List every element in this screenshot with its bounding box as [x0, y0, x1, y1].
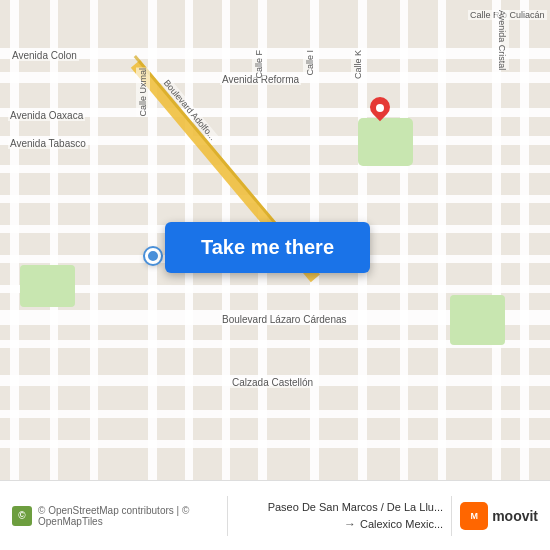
street-calle-uxmal [10, 0, 19, 480]
street-avenida-cristal [520, 0, 529, 480]
street-small-7 [0, 410, 550, 418]
street-v9 [400, 0, 408, 480]
current-location-marker [145, 248, 161, 264]
park-west [20, 265, 75, 307]
street-calle-rio [492, 0, 501, 480]
park-east [450, 295, 505, 345]
street-small-1 [0, 165, 550, 173]
label-avenida-tabasco: Avenida Tabasco [8, 138, 88, 149]
label-calle-i: Calle I [303, 50, 317, 76]
street-small-2 [0, 195, 550, 203]
map: Avenida Colon Avenida Reforma Avenida Oa… [0, 0, 550, 480]
street-small-8 [0, 440, 550, 448]
route-to-label: Calexico Mexic... [360, 518, 443, 530]
route-to: → Calexico Mexic... [344, 517, 443, 531]
street-v2 [50, 0, 58, 480]
attribution-text: © OpenStreetMap contributors | © OpenMap… [38, 505, 219, 527]
destination-marker [368, 97, 392, 127]
take-me-there-button[interactable]: Take me there [165, 222, 370, 273]
label-avenida-oaxaca: Avenida Oaxaca [8, 110, 85, 121]
street-v3 [90, 0, 98, 480]
divider-2 [451, 496, 452, 536]
label-boulevard-lazaro: Boulevard Lázaro Cárdenas [220, 314, 349, 325]
moovit-icon: M [460, 502, 488, 530]
label-calle-k: Calle K [351, 50, 365, 79]
label-calle-uxmal: Calle Uxmal [136, 68, 150, 117]
route-from-label: Paseo De San Marcos / De La Llu... [268, 501, 443, 513]
divider [227, 496, 228, 536]
osm-logo: © [12, 506, 32, 526]
route-arrow: → [344, 517, 356, 531]
moovit-logo: M moovit [460, 502, 538, 530]
label-calle-f: Calle F [252, 50, 266, 79]
route-from: Paseo De San Marcos / De La Llu... [268, 501, 443, 513]
street-avenida-colon [0, 48, 550, 59]
bottom-bar: © © OpenStreetMap contributors | © OpenM… [0, 480, 550, 550]
street-v10 [438, 0, 446, 480]
moovit-text: moovit [492, 508, 538, 524]
attribution-section: © © OpenStreetMap contributors | © OpenM… [12, 505, 219, 527]
label-calzada-castellon: Calzada Castellón [230, 377, 315, 388]
route-info: Paseo De San Marcos / De La Llu... → Cal… [236, 501, 443, 531]
label-avenida-cristal: Avenida Cristal [495, 10, 509, 70]
street-small-5 [0, 285, 550, 293]
label-avenida-colon: Avenida Colon [10, 50, 79, 61]
